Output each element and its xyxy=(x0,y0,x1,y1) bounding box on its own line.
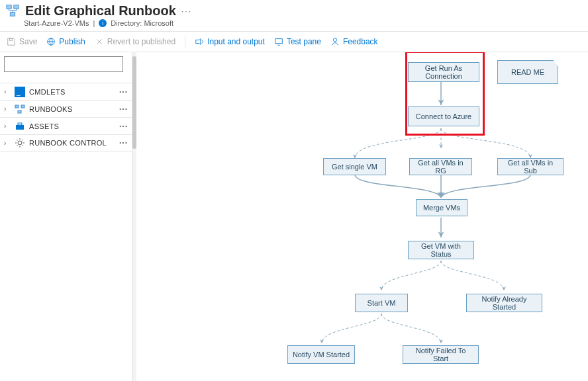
chevron-right-icon: › xyxy=(4,122,11,130)
svg-rect-9 xyxy=(15,105,19,108)
revert-button[interactable]: Revert to published xyxy=(95,37,175,46)
item-more-button[interactable]: ··· xyxy=(119,87,128,97)
divider: | xyxy=(93,19,95,27)
node-single-vm[interactable]: Get single VM xyxy=(323,158,386,175)
svg-point-6 xyxy=(333,38,336,42)
svg-point-14 xyxy=(18,141,22,145)
svg-rect-13 xyxy=(18,123,22,125)
more-actions-button[interactable]: ··· xyxy=(181,7,192,16)
svg-rect-11 xyxy=(18,110,21,113)
monitor-icon xyxy=(274,37,283,46)
info-icon: i xyxy=(99,19,107,27)
svg-rect-5 xyxy=(275,39,283,44)
node-already-started[interactable]: Notify Already Started xyxy=(466,294,542,312)
svg-rect-10 xyxy=(21,105,24,108)
node-vm-started[interactable]: Notify VM Started xyxy=(287,345,355,364)
save-icon xyxy=(7,37,16,46)
publish-button[interactable]: Publish xyxy=(46,37,85,46)
page-title: Edit Graphical Runbook xyxy=(25,3,176,19)
flow-canvas[interactable]: Get Run As Connection Connect to Azure R… xyxy=(136,52,588,381)
cancel-icon xyxy=(95,37,104,46)
node-run-as[interactable]: Get Run As Connection xyxy=(408,62,479,82)
svg-rect-2 xyxy=(10,13,15,16)
runbook-name: Start-Azure-V2-VMs xyxy=(24,19,89,27)
sidebar-item-cmdlets[interactable]: › _ CMDLETS ··· xyxy=(0,83,132,100)
runbook-icon xyxy=(5,3,20,19)
item-more-button[interactable]: ··· xyxy=(119,105,128,114)
item-more-button[interactable]: ··· xyxy=(119,138,128,148)
save-button[interactable]: Save xyxy=(7,37,37,46)
node-start-vm[interactable]: Start VM xyxy=(355,294,408,312)
person-icon xyxy=(330,37,340,46)
node-all-sub[interactable]: Get all VMs in Sub xyxy=(497,158,564,175)
runbook-icon xyxy=(15,104,25,114)
search-input[interactable] xyxy=(4,56,123,72)
globe-icon xyxy=(46,37,56,46)
test-pane-button[interactable]: Test pane xyxy=(274,37,321,46)
chevron-right-icon: › xyxy=(4,88,11,95)
node-status[interactable]: Get VM with Status xyxy=(408,241,474,259)
node-readme[interactable]: READ ME xyxy=(497,60,558,84)
item-more-button[interactable]: ··· xyxy=(119,122,128,131)
toolbox-icon xyxy=(15,121,25,132)
node-failed-start[interactable]: Notify Failed To Start xyxy=(403,345,479,364)
feedback-button[interactable]: Feedback xyxy=(330,37,378,46)
svg-rect-12 xyxy=(16,125,24,130)
node-connect-azure[interactable]: Connect to Azure xyxy=(408,106,479,126)
toolbar: Save Publish Revert to published Input a… xyxy=(0,31,588,52)
svg-rect-3 xyxy=(9,39,12,41)
svg-rect-0 xyxy=(7,5,11,9)
gear-icon xyxy=(15,138,25,148)
input-output-button[interactable]: Input and output xyxy=(195,37,265,46)
chevron-right-icon: › xyxy=(4,105,11,112)
directory-label: Directory: Microsoft xyxy=(111,19,173,27)
sidebar-item-runbooks[interactable]: › RUNBOOKS ··· xyxy=(0,100,132,117)
toolbar-separator xyxy=(185,36,185,48)
node-merge[interactable]: Merge VMs xyxy=(416,199,467,216)
sidebar: › _ CMDLETS ··· › RUNBOOKS ··· › ASSETS … xyxy=(0,52,132,381)
chevron-right-icon: › xyxy=(4,140,11,147)
svg-rect-1 xyxy=(14,5,19,9)
sidebar-item-assets[interactable]: › ASSETS ··· xyxy=(0,117,132,134)
ps-icon: _ xyxy=(15,87,25,97)
node-all-rg[interactable]: Get all VMs in RG xyxy=(409,158,472,175)
svg-text:_: _ xyxy=(16,89,21,96)
sidebar-item-runbook-control[interactable]: › RUNBOOK CONTROL ··· xyxy=(0,134,132,151)
io-icon xyxy=(195,37,204,46)
